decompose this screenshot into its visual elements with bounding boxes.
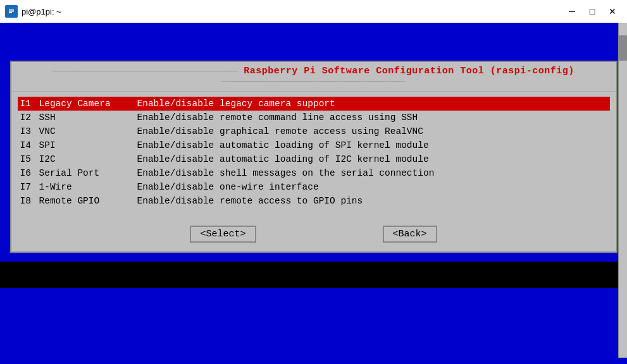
bottom-bar — [0, 262, 627, 288]
menu-item-id: I4 — [20, 140, 39, 150]
window-icon — [5, 5, 18, 18]
menu-item-id: I6 — [20, 168, 39, 178]
menu-item-id: I2 — [20, 112, 39, 123]
buttons-area: <Select> <Back> — [11, 213, 616, 252]
back-button[interactable]: <Back> — [383, 226, 437, 243]
menu-item-desc: Enable/disable automatic loading of I2C … — [137, 154, 429, 164]
window-controls: ─ □ ✕ — [562, 4, 622, 18]
menu-item-desc: Enable/disable legacy camera support — [137, 99, 335, 109]
menu-item-name: VNC — [39, 126, 137, 136]
scrollbar-thumb[interactable] — [619, 35, 627, 61]
menu-item-i6[interactable]: I6Serial PortEnable/disable shell messag… — [18, 166, 610, 180]
menu-item-name: I2C — [39, 154, 137, 164]
menu-item-i1[interactable]: I1Legacy CameraEnable/disable legacy cam… — [18, 97, 610, 111]
svg-rect-3 — [9, 12, 12, 13]
menu-item-name: Remote GPIO — [39, 196, 137, 206]
menu-item-name: 1-Wire — [39, 182, 137, 192]
menu-item-i2[interactable]: I2SSHEnable/disable remote command line … — [18, 111, 610, 124]
svg-rect-2 — [9, 9, 14, 11]
dialog-box: Raspberry Pi Software Configuration Tool… — [10, 61, 618, 253]
menu-item-i4[interactable]: I4SPIEnable/disable automatic loading of… — [18, 138, 610, 152]
menu-item-i5[interactable]: I5I2CEnable/disable automatic loading of… — [18, 152, 610, 166]
select-button[interactable]: <Select> — [190, 226, 256, 243]
menu-item-name: SSH — [39, 112, 137, 123]
menu-item-i3[interactable]: I3VNCEnable/disable graphical remote acc… — [18, 124, 610, 138]
dialog-title: Raspberry Pi Software Configuration Tool… — [11, 62, 616, 92]
menu-item-id: I7 — [20, 182, 39, 192]
dialog-title-text: Raspberry Pi Software Configuration Tool… — [244, 66, 574, 76]
menu-item-desc: Enable/disable one-wire interface — [137, 182, 319, 192]
menu-item-id: I3 — [20, 126, 39, 136]
menu-item-desc: Enable/disable remote command line acces… — [137, 112, 418, 123]
menu-item-desc: Enable/disable automatic loading of SPI … — [137, 140, 429, 150]
menu-item-id: I5 — [20, 154, 39, 164]
terminal-wrapper: Raspberry Pi Software Configuration Tool… — [0, 61, 627, 259]
menu-area: I1Legacy CameraEnable/disable legacy cam… — [11, 92, 616, 213]
window-title: pi@p1pi: ~ — [22, 7, 61, 16]
menu-item-name: SPI — [39, 140, 137, 150]
minimize-button[interactable]: ─ — [562, 4, 581, 18]
menu-item-desc: Enable/disable remote access to GPIO pin… — [137, 196, 363, 206]
menu-item-name: Serial Port — [39, 168, 137, 178]
menu-item-id: I1 — [20, 99, 39, 109]
svg-rect-1 — [9, 11, 14, 12]
close-button[interactable]: ✕ — [603, 4, 622, 18]
maximize-button[interactable]: □ — [583, 4, 602, 18]
menu-item-desc: Enable/disable shell messages on the ser… — [137, 168, 435, 178]
menu-item-id: I8 — [20, 196, 39, 206]
scrollbar[interactable] — [618, 23, 627, 358]
menu-item-i7[interactable]: I71-WireEnable/disable one-wire interfac… — [18, 180, 610, 194]
title-bar: pi@p1pi: ~ ─ □ ✕ — [0, 0, 627, 23]
blue-band-top — [0, 23, 627, 61]
menu-item-name: Legacy Camera — [39, 99, 137, 109]
menu-item-desc: Enable/disable graphical remote access u… — [137, 126, 423, 136]
menu-item-i8[interactable]: I8Remote GPIOEnable/disable remote acces… — [18, 194, 610, 208]
